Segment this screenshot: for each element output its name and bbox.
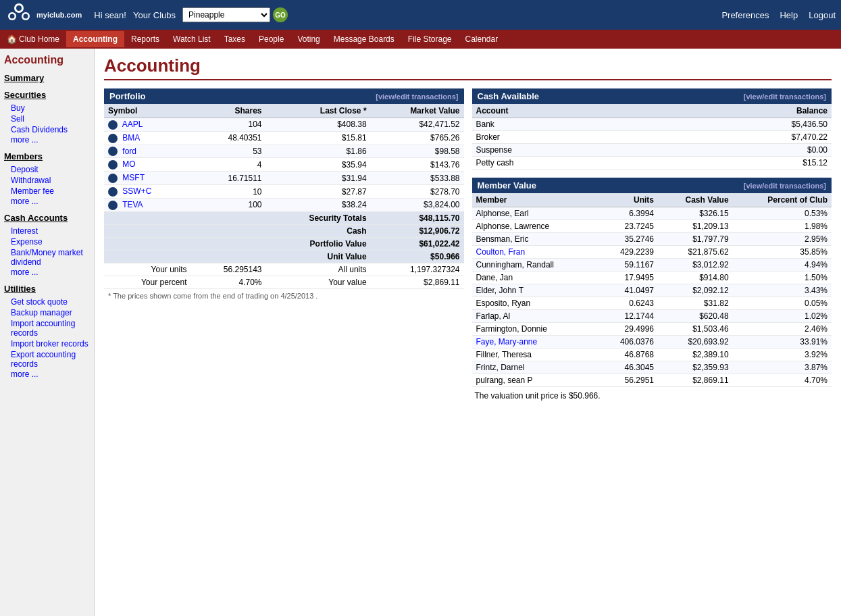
portfolio-market-value: $98.58 bbox=[371, 145, 464, 158]
member-row: pulrang, sean P56.2951$2,869.114.70% bbox=[472, 374, 832, 387]
sidebar-more-securities[interactable]: more ... bbox=[4, 135, 90, 145]
member-units: 429.2239 bbox=[597, 246, 658, 259]
sidebar-link-import-accounting[interactable]: Import accounting records bbox=[4, 318, 90, 338]
preferences-link[interactable]: Preferences bbox=[721, 10, 769, 20]
member-cash-value: $1,503.46 bbox=[658, 323, 733, 336]
portfolio-shares: 104 bbox=[191, 118, 266, 132]
cash-account: Broker bbox=[472, 131, 656, 144]
member-cash-value: $620.48 bbox=[658, 310, 733, 323]
portfolio-symbol[interactable]: SSW+C bbox=[104, 185, 191, 199]
nav-taxes[interactable]: Taxes bbox=[218, 31, 252, 47]
top-greeting: Hi sean! bbox=[94, 10, 126, 20]
portfolio-icon bbox=[108, 147, 118, 156]
member-units: 46.8768 bbox=[597, 349, 658, 361]
nav-reports[interactable]: Reports bbox=[124, 31, 166, 47]
col-market-value: Market Value bbox=[371, 104, 464, 118]
member-row: Farlap, Al12.1744$620.481.02% bbox=[472, 310, 832, 323]
nav-calendar[interactable]: Calendar bbox=[459, 31, 505, 47]
sidebar-link-deposit[interactable]: Deposit bbox=[4, 164, 90, 175]
your-clubs-label: Your Clubs bbox=[133, 10, 176, 20]
member-name[interactable]: Coulton, Fran bbox=[472, 246, 597, 259]
sidebar-more-members[interactable]: more ... bbox=[4, 197, 90, 206]
portfolio-symbol[interactable]: BMA bbox=[104, 131, 191, 145]
member-units: 17.9495 bbox=[597, 272, 658, 284]
portfolio-symbol[interactable]: AAPL bbox=[104, 118, 191, 132]
symbol-link[interactable]: BMA bbox=[122, 133, 140, 143]
sidebar-link-export-accounting[interactable]: Export accounting records bbox=[4, 349, 90, 369]
member-name[interactable]: Faye, Mary-anne bbox=[472, 336, 597, 349]
member-link[interactable]: Faye, Mary-anne bbox=[476, 337, 538, 346]
sidebar-link-import-broker[interactable]: Import broker records bbox=[4, 338, 90, 349]
go-button[interactable]: GO bbox=[273, 7, 288, 22]
sidebar-link-cash-dividends[interactable]: Cash Dividends bbox=[4, 124, 90, 135]
portfolio-symbol[interactable]: TEVA bbox=[104, 198, 191, 211]
member-cash-value: $2,389.10 bbox=[658, 349, 733, 361]
portfolio-view-edit-link[interactable]: [view/edit transactions] bbox=[376, 93, 458, 101]
club-select[interactable]: Pineapple bbox=[182, 7, 270, 22]
main-layout: Accounting Summary Securities Buy Sell C… bbox=[0, 49, 841, 616]
member-row: Alphonse, Lawrence23.7245$1,209.131.98% bbox=[472, 220, 832, 233]
symbol-link[interactable]: TEVA bbox=[122, 200, 143, 209]
member-link[interactable]: Coulton, Fran bbox=[476, 247, 526, 257]
portfolio-row: ford 53 $1.86 $98.58 bbox=[104, 145, 464, 158]
cash-view-edit-link[interactable]: [view/edit transactions] bbox=[744, 93, 826, 101]
nav-watchlist[interactable]: Watch List bbox=[166, 31, 218, 47]
member-percent: 2.46% bbox=[733, 323, 832, 336]
sidebar-more-utilities[interactable]: more ... bbox=[4, 369, 90, 379]
symbol-link[interactable]: MO bbox=[122, 159, 135, 169]
symbol-link[interactable]: ford bbox=[122, 147, 136, 156]
symbol-link[interactable]: AAPL bbox=[122, 120, 143, 129]
portfolio-footnote: * The prices shown come from the end of … bbox=[104, 289, 464, 303]
portfolio-last-close: $1.86 bbox=[266, 145, 371, 158]
logout-link[interactable]: Logout bbox=[809, 10, 836, 20]
portfolio-symbol[interactable]: MO bbox=[104, 158, 191, 172]
portfolio-symbol[interactable]: ford bbox=[104, 145, 191, 158]
member-body: Alphonse, Earl6.3994$326.150.53%Alphonse… bbox=[472, 207, 832, 387]
sidebar-link-member-fee[interactable]: Member fee bbox=[4, 186, 90, 197]
cash-account: Bank bbox=[472, 118, 656, 131]
sidebar-more-cash[interactable]: more ... bbox=[4, 267, 90, 277]
nav-file-storage[interactable]: File Storage bbox=[401, 31, 459, 47]
col-percent: Percent of Club bbox=[733, 193, 832, 207]
your-percent-value: 4.70% bbox=[191, 276, 266, 288]
member-row: Coulton, Fran429.2239$21,875.6235.85% bbox=[472, 246, 832, 259]
symbol-link[interactable]: MSFT bbox=[122, 173, 145, 182]
sidebar-link-expense[interactable]: Expense bbox=[4, 236, 90, 247]
sidebar-section-members: Members bbox=[4, 151, 90, 161]
portfolio-header: Portfolio [view/edit transactions] bbox=[104, 88, 464, 104]
portfolio-shares: 100 bbox=[191, 198, 266, 211]
top-links: Preferences Help Logout bbox=[721, 10, 836, 20]
sidebar-link-interest[interactable]: Interest bbox=[4, 226, 90, 236]
member-name: Cunningham, Randall bbox=[472, 259, 597, 272]
member-row: Farmington, Donnie29.4996$1,503.462.46% bbox=[472, 323, 832, 336]
member-name: Alphonse, Earl bbox=[472, 207, 597, 220]
cash-available-title: Cash Available bbox=[478, 91, 540, 101]
sidebar-link-bank-dividend[interactable]: Bank/Money market dividend bbox=[4, 247, 90, 267]
member-cash-value: $326.15 bbox=[658, 207, 733, 220]
sidebar-link-buy[interactable]: Buy bbox=[4, 103, 90, 113]
sidebar-link-backup-manager[interactable]: Backup manager bbox=[4, 307, 90, 318]
portfolio-totals-row: Unit Value$50.966 bbox=[104, 250, 464, 263]
help-link[interactable]: Help bbox=[780, 10, 798, 20]
nav-message-boards[interactable]: Message Boards bbox=[327, 31, 401, 47]
logo-icon bbox=[5, 2, 32, 28]
your-percent-label: Your percent bbox=[104, 276, 191, 288]
symbol-link[interactable]: SSW+C bbox=[122, 186, 151, 196]
sidebar-link-withdrawal[interactable]: Withdrawal bbox=[4, 175, 90, 186]
member-percent: 3.43% bbox=[733, 284, 832, 297]
portfolio-symbol[interactable]: MSFT bbox=[104, 172, 191, 185]
sidebar-link-sell[interactable]: Sell bbox=[4, 113, 90, 124]
member-units: 0.6243 bbox=[597, 297, 658, 310]
cash-row: Bank$5,436.50 bbox=[472, 118, 832, 131]
cash-row: Suspense$0.00 bbox=[472, 144, 832, 157]
nav-accounting[interactable]: Accounting bbox=[66, 31, 124, 47]
portfolio-market-value: $278.70 bbox=[371, 185, 464, 199]
nav-voting[interactable]: Voting bbox=[290, 31, 326, 47]
logo-text: myiclub.com bbox=[36, 11, 82, 19]
portfolio-totals-row: Security Totals$48,115.70 bbox=[104, 211, 464, 224]
sidebar-link-get-stock-quote[interactable]: Get stock quote bbox=[4, 297, 90, 307]
nav-club-home[interactable]: 🏠 Club Home bbox=[0, 31, 66, 47]
units-row1: Your units56.295143All units1,197.327324 bbox=[104, 263, 464, 276]
member-view-edit-link[interactable]: [view/edit transactions] bbox=[744, 182, 826, 190]
nav-people[interactable]: People bbox=[252, 31, 290, 47]
